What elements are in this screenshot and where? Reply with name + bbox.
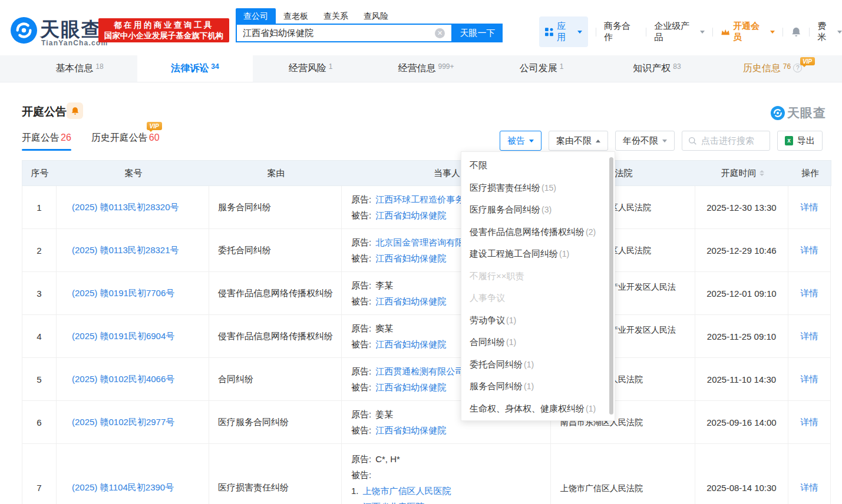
detail-link[interactable]: 详情 [801, 374, 818, 385]
case-number-link[interactable]: (2025) 赣0191民初6904号 [72, 331, 174, 342]
party-name[interactable]: 江西省妇幼保健院 [375, 382, 446, 392]
party-line: 被告:江西省妇幼保健院 [351, 379, 446, 395]
detail-link[interactable]: 详情 [801, 288, 818, 299]
party-role-label: 被告: [351, 339, 371, 349]
dropdown-option[interactable]: 医疗损害责任纠纷(15) [461, 177, 615, 199]
dropdown-option[interactable]: 合同纠纷(1) [461, 331, 615, 353]
tianyancha-logo-icon[interactable] [11, 17, 37, 44]
case-number-link[interactable]: (2025) 赣1104民初2390号 [72, 482, 174, 493]
search-button[interactable]: 天眼一下 [453, 24, 503, 42]
cell-index: 7 [22, 444, 57, 504]
nav-tab-知识产权[interactable]: 知识产权 83 [599, 55, 715, 82]
nav-tab-经营风险[interactable]: 经营风险 1 [253, 55, 368, 82]
cell-parties: 原告:C*, H* 被告: 1.上饶市广信区人民医院 2.江西省儿童医院 [342, 444, 551, 504]
business-coop-link[interactable]: 商务合作 [604, 21, 638, 43]
sort-icon[interactable] [760, 170, 764, 176]
party-name[interactable]: 上饶市广信区人民医院 [363, 486, 451, 496]
section-title: 开庭公告 [22, 104, 67, 120]
party-name[interactable]: 江西省妇幼保健院 [375, 339, 446, 349]
search-type-tab[interactable]: 查老板 [276, 8, 316, 25]
case-number-link[interactable]: (2025) 赣0102民初4066号 [72, 374, 174, 385]
subtab-label: 开庭公告 [22, 132, 60, 142]
table-row: 5 (2025) 赣0102民初4066号 合同纠纷 原告:江西贯通检测有限公司… [22, 358, 831, 401]
table-search-input[interactable]: 点击进行搜索 [682, 131, 770, 151]
cell-action: 详情 [788, 315, 831, 358]
dropdown-scrollbar[interactable] [609, 157, 613, 415]
party-line: 原告:C*, H* [351, 451, 400, 467]
party-name[interactable]: 江西贯通检测有限公司 [375, 366, 464, 376]
cell-cause: 医疗损害责任纠纷 [209, 444, 342, 504]
dropdown-option-label: 服务合同纠纷 [470, 381, 523, 391]
dropdown-option[interactable]: 生命权、身体权、健康权纠纷(1) [461, 397, 615, 420]
dropdown-option[interactable]: 侵害作品信息网络传播权纠纷(2) [461, 221, 615, 243]
company-nav-tabs: 基本信息 18 法律诉讼 34 经营风险 1 经营信息 999+ 公司发展 1 … [0, 55, 842, 82]
user-menu[interactable]: 费米 [817, 21, 842, 43]
detail-link[interactable]: 详情 [801, 202, 818, 213]
case-number-link[interactable]: (2025) 赣0102民初2977号 [72, 417, 174, 428]
subtab[interactable]: 开庭公告26 [22, 132, 71, 151]
party-name[interactable]: 江西省妇幼保健院 [375, 253, 446, 263]
promo-banner: 都在用的商业查询工具 国家中小企业发展子基金旗下机构 [98, 18, 229, 42]
notification-bell-icon[interactable] [791, 26, 801, 38]
detail-link[interactable]: 详情 [801, 417, 818, 428]
column-header-开庭时间[interactable]: 开庭时间 [696, 161, 789, 185]
defendant-filter-button[interactable]: 被告 [500, 131, 541, 151]
dropdown-option[interactable]: 委托合同纠纷(1) [461, 353, 615, 376]
dropdown-option[interactable]: 不限 [461, 154, 615, 177]
party-name[interactable]: 江西省儿童医院 [363, 502, 425, 504]
party-role-label: 被告: [351, 296, 371, 306]
cause-filter-dropdown: 不限 医疗损害责任纠纷(15) 医疗服务合同纠纷(3) 侵害作品信息网络传播权纠… [461, 151, 615, 421]
year-filter-button[interactable]: 年份不限 [615, 131, 675, 151]
dropdown-option[interactable]: 医疗服务合同纠纷(3) [461, 198, 615, 221]
nav-tab-公司发展[interactable]: 公司发展 1 [484, 55, 599, 82]
cell-case-number: (2025) 赣0102民初4066号 [57, 358, 209, 401]
nav-tab-经营信息[interactable]: 经营信息 999+ [368, 55, 484, 82]
cause-filter-button[interactable]: 案由不限 [549, 131, 608, 151]
open-vip-menu[interactable]: 开通会员 [721, 21, 775, 43]
chevron-down-icon [700, 31, 705, 34]
clear-icon[interactable]: ✕ [435, 28, 445, 38]
nav-tab-基本信息[interactable]: 基本信息 18 [22, 55, 137, 82]
search-input[interactable] [236, 24, 453, 42]
cause-text: 侵害作品信息网络传播权纠纷 [218, 331, 333, 342]
export-button[interactable]: x 导出 [777, 131, 823, 151]
nav-tab-历史信息[interactable]: 历史信息 76 VIP? [715, 55, 830, 82]
cause-text: 侵害作品信息网络传播权纠纷 [218, 288, 333, 299]
top-menu: 应用 商务合作 企业级产品 开通会员 费米 [539, 21, 842, 42]
cell-hearing-time: 2025-12-01 09:10 [695, 272, 788, 315]
cell-index: 3 [22, 272, 57, 315]
case-number-link[interactable]: (2025) 赣0113民初28321号 [72, 245, 179, 256]
party-name[interactable]: 江西省妇幼保健院 [375, 210, 446, 220]
nav-tab-label: 经营信息 [398, 62, 435, 75]
party-line: 原告:姜某 [351, 406, 393, 422]
nav-tab-法律诉讼[interactable]: 法律诉讼 34 [137, 55, 253, 82]
dropdown-option[interactable]: 服务合同纠纷(1) [461, 375, 615, 397]
username: 费米 [817, 21, 834, 43]
party-name[interactable]: 江西省妇幼保健院 [375, 296, 446, 306]
cell-cause: 委托合同纠纷 [209, 229, 342, 272]
bell-icon [71, 107, 80, 115]
search-type-tab[interactable]: 查风险 [356, 8, 396, 25]
party-name[interactable]: 江西环球工程造价事务所 [375, 194, 473, 204]
case-number-link[interactable]: (2025) 赣0113民初28320号 [72, 202, 179, 213]
cell-hearing-time: 2025-11-10 14:30 [695, 358, 788, 401]
search-type-tab[interactable]: 查公司 [236, 8, 276, 25]
party-name[interactable]: 江西省妇幼保健院 [375, 425, 446, 435]
subtab[interactable]: 历史开庭公告60 VIP [91, 132, 160, 151]
case-number-link[interactable]: (2025) 赣0191民初7706号 [72, 288, 174, 299]
detail-link[interactable]: 详情 [801, 245, 818, 256]
detail-link[interactable]: 详情 [801, 482, 818, 493]
dropdown-option[interactable]: 劳动争议(1) [461, 309, 615, 331]
dropdown-option-label: 不限 [470, 160, 487, 170]
help-icon[interactable]: ? [793, 64, 802, 72]
detail-link[interactable]: 详情 [801, 331, 818, 342]
party-name: 窦某 [375, 323, 393, 333]
divider [712, 28, 713, 37]
party-line: 被告: [351, 467, 375, 483]
subscribe-bell-button[interactable] [67, 102, 83, 119]
dropdown-option[interactable]: 建设工程施工合同纠纷(1) [461, 243, 615, 265]
search-type-tab[interactable]: 查关系 [316, 8, 356, 25]
apps-menu[interactable]: 应用 [539, 16, 588, 47]
nav-tab-count: 999+ [438, 62, 454, 71]
enterprise-product-menu[interactable]: 企业级产品 [654, 21, 704, 43]
